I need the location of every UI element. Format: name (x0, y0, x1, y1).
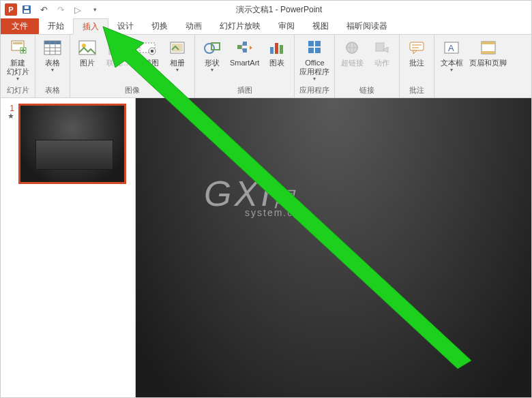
group-label-links: 链接 (338, 84, 396, 97)
comment-icon (407, 38, 426, 57)
svg-rect-51 (482, 51, 495, 54)
app-icon: P (5, 3, 17, 16)
chevron-down-icon: ▾ (176, 67, 179, 73)
pictures-icon (78, 38, 97, 57)
tab-slideshow[interactable]: 幻灯片放映 (211, 18, 269, 34)
chevron-down-icon: ▾ (51, 67, 54, 73)
save-icon[interactable] (21, 4, 32, 15)
svg-rect-50 (482, 42, 495, 44)
new-slide-icon (8, 38, 27, 57)
office-apps-button[interactable]: Office 应用程序 ▾ (297, 37, 331, 83)
pictures-label: 图片 (80, 59, 95, 67)
svg-rect-43 (410, 42, 424, 50)
table-icon (43, 38, 62, 57)
group-text: A 文本框 ▾ 页眉和页脚 (434, 35, 512, 97)
smartart-label: SmartArt (230, 59, 259, 67)
ribbon: 新建 幻灯片 ▾ 幻灯片 表格 ▾ 表格 图片 (1, 35, 531, 98)
svg-rect-24 (211, 43, 220, 50)
group-label-apps: 应用程序 (297, 84, 331, 97)
group-label-slides: 幻灯片 (3, 84, 32, 97)
svg-rect-31 (270, 47, 274, 54)
online-pictures-icon (108, 38, 127, 57)
chevron-down-icon: ▾ (450, 67, 453, 73)
svg-point-23 (205, 44, 214, 53)
svg-point-17 (119, 48, 125, 55)
smartart-button[interactable]: SmartArt (228, 37, 261, 69)
slide-editor[interactable]: GXI网 system.com (136, 98, 531, 397)
start-slideshow-icon[interactable]: ▷ (72, 4, 83, 15)
svg-text:A: A (448, 43, 454, 53)
screenshot-button[interactable]: …截图 ▾ (133, 37, 162, 74)
online-pictures-label: 联机… (106, 59, 129, 67)
group-illustrations: 形状 ▾ SmartArt 图表 插图 (195, 35, 295, 97)
chevron-down-icon: ▾ (146, 67, 149, 73)
group-label-tables: 表格 (38, 84, 67, 97)
shapes-icon (203, 38, 222, 57)
svg-rect-9 (44, 41, 61, 44)
group-label-comments: 批注 (402, 84, 431, 97)
svg-rect-2 (25, 6, 29, 9)
tab-design[interactable]: 设计 (108, 18, 143, 34)
svg-rect-25 (237, 45, 241, 49)
header-footer-label: 页眉和页脚 (469, 59, 507, 67)
svg-rect-37 (315, 48, 321, 53)
action-label: 动作 (374, 59, 389, 67)
group-label-images: 图像 (73, 84, 192, 97)
chevron-down-icon: ▾ (16, 76, 19, 82)
undo-icon[interactable]: ↶ (38, 4, 49, 15)
group-label-text (437, 94, 509, 97)
action-icon (372, 38, 391, 57)
chevron-down-icon: ▾ (313, 76, 316, 82)
album-button[interactable]: 相册 ▾ (163, 37, 192, 74)
slide-thumbnail[interactable]: 1 ★ (6, 104, 135, 184)
tab-foxit[interactable]: 福昕阅读器 (338, 18, 396, 34)
header-footer-button[interactable]: 页眉和页脚 (467, 37, 509, 69)
comment-button[interactable]: 批注 (402, 37, 431, 69)
pictures-button[interactable]: 图片 (73, 37, 102, 69)
group-comments: 批注 批注 (400, 35, 434, 97)
tab-review[interactable]: 审阅 (269, 18, 304, 34)
tab-file[interactable]: 文件 (1, 18, 39, 34)
tab-home[interactable]: 开始 (39, 18, 73, 34)
new-slide-label: 新建 幻灯片 (7, 59, 29, 76)
group-images: 图片 联机… …截图 ▾ 相册 ▾ (70, 35, 195, 97)
svg-marker-30 (250, 46, 252, 50)
svg-rect-33 (280, 45, 283, 54)
table-button[interactable]: 表格 ▾ (38, 37, 67, 74)
redo-icon[interactable]: ↷ (55, 4, 66, 15)
hyperlink-label: 超链接 (341, 59, 364, 67)
hyperlink-icon (342, 38, 361, 57)
online-pictures-button[interactable]: 联机… (103, 37, 132, 69)
svg-rect-14 (79, 41, 95, 55)
quick-access-toolbar: ↶ ↷ ▷ ▾ (21, 4, 100, 15)
group-slides: 新建 幻灯片 ▾ 幻灯片 (1, 35, 35, 97)
office-apps-label: Office 应用程序 (299, 59, 329, 76)
animation-star-icon: ★ (6, 113, 14, 119)
tab-transitions[interactable]: 切换 (143, 18, 177, 34)
hyperlink-button[interactable]: 超链接 (338, 37, 366, 69)
svg-rect-34 (308, 41, 314, 46)
new-slide-button[interactable]: 新建 幻灯片 ▾ (3, 37, 32, 83)
svg-rect-4 (13, 42, 23, 44)
qat-dropdown-icon[interactable]: ▾ (89, 4, 100, 15)
svg-line-28 (241, 44, 243, 47)
watermark: GXI网 system.com (204, 173, 310, 218)
textbox-button[interactable]: A 文本框 ▾ (437, 37, 466, 74)
svg-line-29 (241, 47, 243, 50)
tab-view[interactable]: 视图 (304, 18, 338, 34)
svg-rect-35 (315, 41, 321, 46)
action-button[interactable]: 动作 (368, 37, 396, 69)
smartart-icon (235, 38, 254, 57)
group-label-illustrations: 插图 (198, 84, 291, 97)
svg-rect-32 (275, 43, 278, 54)
screenshot-icon (138, 38, 157, 57)
chart-button[interactable]: 图表 (263, 37, 291, 69)
group-tables: 表格 ▾ 表格 (35, 35, 70, 97)
textbox-icon: A (442, 38, 461, 57)
tab-insert[interactable]: 插入 (73, 18, 108, 35)
group-apps: Office 应用程序 ▾ 应用程序 (295, 35, 335, 97)
shapes-button[interactable]: 形状 ▾ (198, 37, 226, 74)
tab-animations[interactable]: 动画 (177, 18, 211, 34)
thumbnail-panel: 1 ★ (1, 98, 136, 397)
document-title: 演示文稿1 - PowerPoint (236, 4, 323, 16)
